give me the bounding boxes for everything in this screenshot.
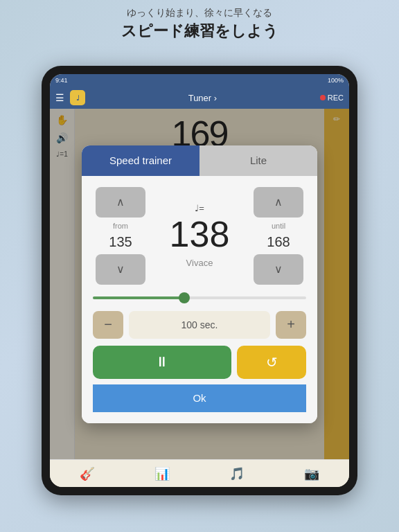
slider-fill <box>93 296 189 299</box>
until-down-button[interactable]: ∨ <box>254 254 303 285</box>
reset-button[interactable]: ↺ <box>237 346 306 379</box>
tab-lite[interactable]: Lite <box>200 145 317 176</box>
rec-dot <box>320 95 326 100</box>
status-bar: 9:41 100% <box>50 74 349 87</box>
reset-icon: ↺ <box>266 354 278 371</box>
tempo-name: Vivace <box>186 258 213 268</box>
bottom-icon-music[interactable]: 🎵 <box>229 466 245 481</box>
main-title: スピード練習をしよう <box>0 21 399 42</box>
modal-body: ∧ from 135 ∨ ♩= 138 <box>82 176 317 423</box>
bottom-icon-chart[interactable]: 📊 <box>154 466 170 481</box>
subtitle: ゆっくり始まり、徐々に早くなる <box>0 7 399 19</box>
duration-plus-button[interactable]: + <box>276 311 306 339</box>
nav-bar: ☰ ♩ Tuner › REC <box>50 87 349 109</box>
slider-track <box>93 296 306 299</box>
play-pause-button[interactable]: ⏸ <box>93 346 231 379</box>
note-icon: ♩= <box>195 203 204 213</box>
ipad-screen: 9:41 100% ☰ ♩ Tuner › REC ✋ 🔊 ♩=1 <box>50 74 349 487</box>
until-down-icon: ∨ <box>274 263 283 276</box>
status-time: 9:41 <box>55 77 68 84</box>
rec-button[interactable]: REC <box>320 94 344 102</box>
controls-row: ∧ from 135 ∨ ♩= 138 <box>93 187 306 285</box>
ok-button[interactable]: Ok <box>93 384 306 412</box>
speed-trainer-modal: Speed trainer Lite ∧ from <box>82 145 317 423</box>
slider-thumb[interactable] <box>179 292 190 303</box>
bottom-icon-guitar[interactable]: 🎸 <box>80 466 95 481</box>
from-value: 135 <box>109 234 132 250</box>
from-label: from <box>113 222 128 230</box>
until-control: ∧ until 168 ∨ <box>251 187 306 285</box>
ipad-frame: 9:41 100% ☰ ♩ Tuner › REC ✋ 🔊 ♩=1 <box>42 66 357 495</box>
from-up-button[interactable]: ∧ <box>96 187 145 218</box>
status-battery: 100% <box>328 77 344 84</box>
duration-display: 100 sec. <box>129 311 270 339</box>
from-control: ∧ from 135 ∨ <box>93 187 148 285</box>
until-label: until <box>272 222 285 230</box>
modal-overlay: Speed trainer Lite ∧ from <box>50 109 349 459</box>
bottom-bar: 🎸 📊 🎵 📷 <box>50 459 349 487</box>
bpm-value: 138 <box>170 216 230 252</box>
center-bpm-display: ♩= 138 Vivace <box>170 203 230 268</box>
from-down-button[interactable]: ∨ <box>96 254 145 285</box>
rec-label: REC <box>328 94 344 102</box>
tuner-button[interactable]: Tuner › <box>91 93 314 103</box>
duration-row: − 100 sec. + <box>93 311 306 339</box>
until-up-button[interactable]: ∧ <box>254 187 303 218</box>
menu-icon[interactable]: ☰ <box>55 92 64 103</box>
modal-tabs: Speed trainer Lite <box>82 145 317 176</box>
until-up-icon: ∧ <box>274 195 283 209</box>
main-content: ✋ 🔊 ♩=1 169 ✏ Speed trainer Lite <box>50 109 349 459</box>
from-up-icon: ∧ <box>116 195 125 209</box>
play-pause-icon: ⏸ <box>155 354 169 370</box>
progress-slider-row[interactable] <box>93 292 306 304</box>
tab-speed-trainer[interactable]: Speed trainer <box>82 145 200 176</box>
bottom-icon-camera[interactable]: 📷 <box>304 466 319 481</box>
app-logo: ♩ <box>70 90 85 105</box>
top-text-area: ゆっくり始まり、徐々に早くなる スピード練習をしよう <box>0 7 399 42</box>
until-value: 168 <box>267 234 290 250</box>
action-row: ⏸ ↺ <box>93 346 306 379</box>
from-down-icon: ∨ <box>116 263 125 276</box>
duration-minus-button[interactable]: − <box>93 311 123 339</box>
